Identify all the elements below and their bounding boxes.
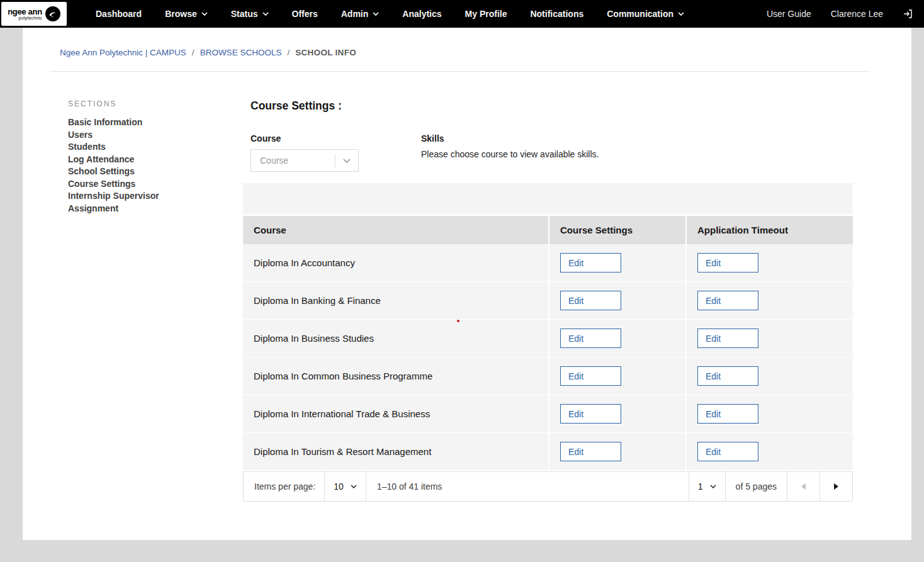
chevron-down-icon bbox=[351, 485, 357, 488]
logout-icon[interactable] bbox=[903, 9, 913, 19]
logo-mark-icon bbox=[45, 6, 60, 21]
breadcrumb-separator: / bbox=[287, 48, 290, 57]
nav-items: Dashboard Browse Status Offers Admin Ana… bbox=[96, 9, 684, 19]
sections-sidebar: SECTIONS Basic Information Users Student… bbox=[68, 99, 175, 502]
items-per-page-value: 10 bbox=[334, 481, 344, 492]
nav-status-label: Status bbox=[231, 9, 258, 19]
table-row: Diploma In Business Studies Edit Edit bbox=[243, 320, 853, 357]
sidebar-list: Basic Information Users Students Log Att… bbox=[68, 116, 175, 215]
top-nav: ngee ann polytechnic Dashboard Browse St… bbox=[0, 0, 924, 28]
course-name-cell: Diploma In Banking & Finance bbox=[243, 282, 548, 320]
main-panel: Course Settings : Course Course Skills P… bbox=[243, 99, 853, 502]
sidebar-item-users[interactable]: Users bbox=[68, 129, 175, 142]
nav-admin[interactable]: Admin bbox=[341, 9, 380, 19]
nav-status[interactable]: Status bbox=[231, 9, 269, 19]
course-settings-table: Course Course Settings Application Timeo… bbox=[243, 183, 853, 502]
edit-course-settings-button[interactable]: Edit bbox=[560, 442, 621, 461]
sidebar-item-school-settings[interactable]: School Settings bbox=[68, 166, 175, 178]
course-name-cell: Diploma In Common Business Programme bbox=[243, 357, 548, 395]
edit-application-timeout-button[interactable]: Edit bbox=[697, 291, 758, 310]
skills-field: Skills Please choose course to view avai… bbox=[421, 133, 599, 172]
chevron-down-icon bbox=[678, 12, 684, 16]
nav-communication[interactable]: Communication bbox=[607, 9, 684, 19]
content: SECTIONS Basic Information Users Student… bbox=[23, 72, 911, 502]
table-header-row: Course Course Settings Application Timeo… bbox=[243, 216, 853, 244]
pages-count-text: of 5 pages bbox=[726, 481, 787, 492]
pagination-right: 1 of 5 pages bbox=[689, 472, 852, 501]
sidebar-item-course-settings[interactable]: Course Settings bbox=[68, 178, 175, 191]
nav-user-guide[interactable]: User Guide bbox=[767, 9, 811, 19]
chevron-down-icon bbox=[262, 12, 269, 16]
table-row: Diploma In International Trade & Busines… bbox=[243, 395, 853, 433]
course-field: Course Course bbox=[251, 133, 359, 172]
page-number-value: 1 bbox=[698, 481, 703, 492]
nav-analytics[interactable]: Analytics bbox=[402, 9, 441, 19]
pagination-bar: Items per page: 10 1–10 of 41 items 1 of… bbox=[243, 471, 853, 502]
nav-browse[interactable]: Browse bbox=[165, 9, 208, 19]
course-name-cell: Diploma In International Trade & Busines… bbox=[243, 395, 548, 433]
edit-application-timeout-button[interactable]: Edit bbox=[697, 442, 758, 461]
breadcrumb-campus[interactable]: Ngee Ann Polytechnic | CAMPUS bbox=[60, 48, 186, 57]
course-skills-form: Course Course Skills Please choose cours… bbox=[243, 133, 853, 172]
skills-label: Skills bbox=[421, 133, 599, 143]
table-toolbar bbox=[243, 183, 853, 214]
logo-line1: ngee ann bbox=[8, 8, 42, 16]
nav-dashboard-label: Dashboard bbox=[96, 9, 142, 19]
pagination-range-text: 1–10 of 41 items bbox=[366, 481, 442, 492]
edit-application-timeout-button[interactable]: Edit bbox=[697, 366, 758, 386]
chevron-down-icon bbox=[335, 159, 358, 163]
sidebar-item-students[interactable]: Students bbox=[68, 141, 175, 154]
logo-line2: polytechnic bbox=[19, 16, 42, 20]
course-name-cell: Diploma In Business Studies bbox=[243, 320, 548, 357]
chevron-down-icon bbox=[201, 12, 208, 16]
page-title: Course Settings : bbox=[243, 99, 853, 113]
nav-my-profile-label: My Profile bbox=[465, 9, 507, 19]
edit-application-timeout-button[interactable]: Edit bbox=[697, 404, 758, 424]
course-select-placeholder: Course bbox=[260, 155, 335, 166]
page-number-select[interactable]: 1 bbox=[689, 472, 726, 501]
nav-browse-label: Browse bbox=[165, 9, 197, 19]
breadcrumb-browse-schools[interactable]: BROWSE SCHOOLS bbox=[200, 48, 282, 57]
course-label: Course bbox=[251, 133, 359, 143]
nav-my-profile[interactable]: My Profile bbox=[465, 9, 507, 19]
next-page-icon bbox=[834, 483, 838, 490]
sidebar-item-internship-supervisor-assignment[interactable]: Internship Supervisor Assignment bbox=[68, 190, 175, 215]
table-row: Diploma In Tourism & Resort Management E… bbox=[243, 433, 853, 471]
breadcrumb-current: SCHOOL INFO bbox=[295, 48, 356, 57]
chevron-down-icon bbox=[710, 485, 716, 488]
header-course: Course bbox=[243, 216, 548, 244]
next-page-button[interactable] bbox=[820, 472, 852, 501]
skills-hint: Please choose course to view available s… bbox=[421, 149, 599, 159]
previous-page-button[interactable] bbox=[787, 472, 820, 501]
edit-application-timeout-button[interactable]: Edit bbox=[697, 253, 758, 273]
chevron-down-icon bbox=[373, 12, 379, 16]
course-name-cell: Diploma In Accountancy bbox=[243, 244, 548, 282]
nav-admin-label: Admin bbox=[341, 9, 369, 19]
nav-notifications[interactable]: Notifications bbox=[530, 9, 583, 19]
previous-page-icon bbox=[801, 483, 806, 490]
nav-user-name[interactable]: Clarence Lee bbox=[831, 9, 883, 19]
nav-analytics-label: Analytics bbox=[402, 9, 441, 19]
items-per-page-select[interactable]: 10 bbox=[324, 472, 366, 501]
nav-dashboard[interactable]: Dashboard bbox=[96, 9, 142, 19]
sidebar-title: SECTIONS bbox=[68, 99, 175, 108]
edit-course-settings-button[interactable]: Edit bbox=[560, 329, 621, 348]
edit-course-settings-button[interactable]: Edit bbox=[560, 366, 621, 386]
sidebar-item-basic-information[interactable]: Basic Information bbox=[68, 116, 175, 129]
page-surface: Ngee Ann Polytechnic | CAMPUS / BROWSE S… bbox=[23, 28, 911, 540]
nav-communication-label: Communication bbox=[607, 9, 673, 19]
edit-course-settings-button[interactable]: Edit bbox=[560, 253, 621, 273]
edit-application-timeout-button[interactable]: Edit bbox=[697, 329, 758, 348]
edit-course-settings-button[interactable]: Edit bbox=[560, 291, 621, 310]
table-row: Diploma In Common Business Programme Edi… bbox=[243, 357, 853, 395]
header-course-settings: Course Settings bbox=[548, 216, 685, 244]
edit-course-settings-button[interactable]: Edit bbox=[560, 404, 621, 424]
app-logo[interactable]: ngee ann polytechnic bbox=[1, 2, 67, 26]
nav-offers[interactable]: Offers bbox=[292, 9, 318, 19]
logo-text: ngee ann polytechnic bbox=[8, 8, 42, 20]
breadcrumb: Ngee Ann Polytechnic | CAMPUS / BROWSE S… bbox=[23, 28, 911, 57]
cursor-dot bbox=[457, 320, 459, 322]
course-select[interactable]: Course bbox=[251, 149, 359, 172]
table-row: Diploma In Accountancy Edit Edit bbox=[243, 244, 853, 282]
sidebar-item-log-attendance[interactable]: Log Attendance bbox=[68, 154, 175, 166]
